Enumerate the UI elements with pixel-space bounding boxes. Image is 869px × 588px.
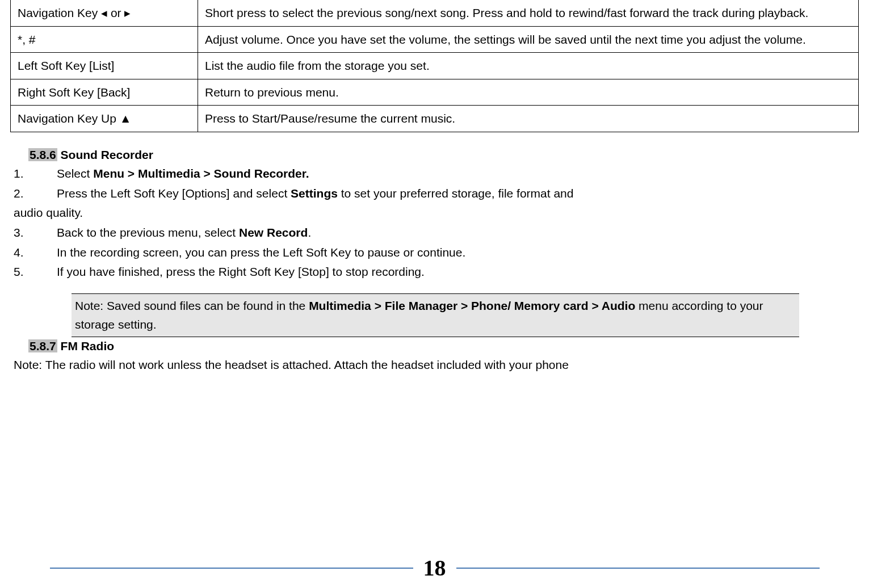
page-number: 18 [423, 555, 446, 581]
section-title: FM Radio [57, 339, 114, 352]
table-row: Navigation Key ◂ or ▸ Short press to sel… [11, 0, 859, 26]
section-heading-sound-recorder: 5.8.6 Sound Recorder [28, 148, 859, 162]
text: Back to the previous menu, select [57, 226, 239, 239]
table-cell-key: Navigation Key ◂ or ▸ [11, 0, 198, 26]
footer-rule-left [50, 568, 413, 569]
table-row: Right Soft Key [Back] Return to previous… [11, 79, 859, 106]
fm-radio-note: Note: The radio will not work unless the… [14, 355, 859, 375]
step-content: Back to the previous menu, select New Re… [57, 223, 859, 243]
footer-rule-right [456, 568, 820, 569]
key-functions-table: Navigation Key ◂ or ▸ Short press to sel… [10, 0, 859, 132]
text-bold: Menu > Multimedia > Sound Recorder. [93, 167, 309, 180]
step-content: Press the Left Soft Key [Options] and se… [57, 184, 859, 204]
step-2-wrap: audio quality. [14, 203, 859, 223]
table-row: *, # Adjust volume. Once you have set th… [11, 26, 859, 53]
table-cell-key: Navigation Key Up ▲ [11, 106, 198, 132]
step-content: If you have finished, press the Right So… [57, 262, 859, 282]
step-4: 4. In the recording screen, you can pres… [10, 243, 859, 263]
table-row: Navigation Key Up ▲ Press to Start/Pause… [11, 106, 859, 132]
note-content: Note: Saved sound files can be found in … [72, 293, 799, 337]
text: to set your preferred storage, file form… [338, 187, 574, 200]
section-number: 5.8.6 [28, 148, 57, 161]
text: Select [57, 167, 93, 180]
text: . [308, 226, 311, 239]
step-3: 3. Back to the previous menu, select New… [10, 223, 859, 243]
step-number: 2. [10, 184, 57, 204]
step-content: In the recording screen, you can press t… [57, 243, 859, 263]
table-cell-key: *, # [11, 26, 198, 53]
table-cell-desc: Short press to select the previous song/… [198, 0, 859, 26]
step-5: 5. If you have finished, press the Right… [10, 262, 859, 282]
step-content: Select Menu > Multimedia > Sound Recorde… [57, 164, 859, 184]
table-cell-desc: List the audio file from the storage you… [198, 53, 859, 79]
step-1: 1. Select Menu > Multimedia > Sound Reco… [10, 164, 859, 184]
step-number: 5. [10, 262, 57, 282]
note-box: Note: Saved sound files can be found in … [72, 293, 799, 337]
section-heading-fm-radio: 5.8.7 FM Radio [28, 339, 859, 353]
step-number: 1. [10, 164, 57, 184]
step-number: 4. [10, 243, 57, 263]
table-row: Left Soft Key [List] List the audio file… [11, 53, 859, 79]
section-title: Sound Recorder [57, 148, 153, 161]
table-cell-key: Left Soft Key [List] [11, 53, 198, 79]
table-cell-desc: Press to Start/Pause/resume the current … [198, 106, 859, 132]
table-cell-key: Right Soft Key [Back] [11, 79, 198, 106]
text-bold: New Record [239, 226, 308, 239]
note-text: Note: Saved sound files can be found in … [75, 299, 309, 312]
step-number: 3. [10, 223, 57, 243]
page-footer: 18 [0, 555, 869, 581]
step-2: 2. Press the Left Soft Key [Options] and… [10, 184, 859, 204]
text-bold: Settings [291, 187, 338, 200]
table-cell-desc: Adjust volume. Once you have set the vol… [198, 26, 859, 53]
note-text-bold: Multimedia > File Manager > Phone/ Memor… [309, 299, 635, 312]
text: Press the Left Soft Key [Options] and se… [57, 187, 291, 200]
section-number: 5.8.7 [28, 339, 57, 352]
table-cell-desc: Return to previous menu. [198, 79, 859, 106]
